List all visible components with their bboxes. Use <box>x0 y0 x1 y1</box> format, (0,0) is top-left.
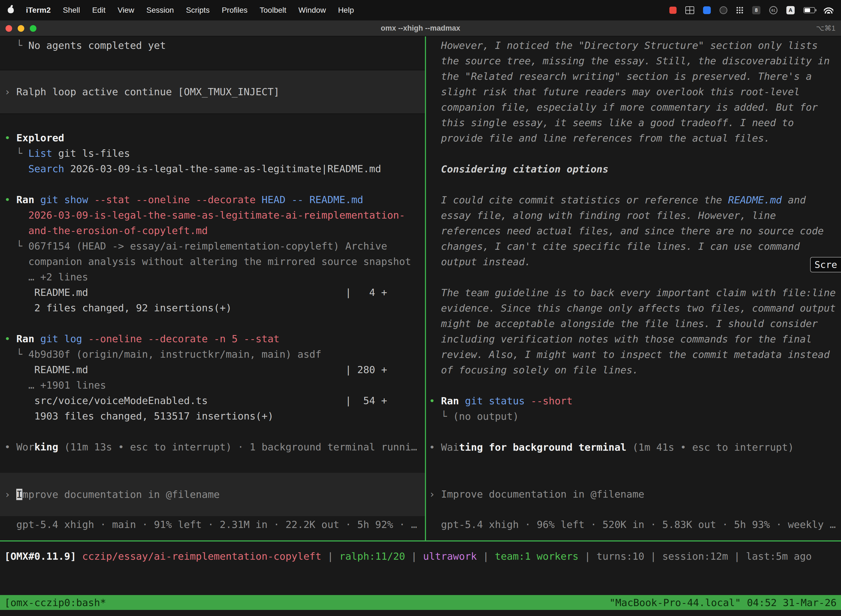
menu-item-view[interactable]: View <box>117 6 134 15</box>
terminal-line <box>4 424 425 439</box>
text-segment: evidence. Since this change only affects… <box>429 302 836 314</box>
input-source-icon[interactable]: A <box>786 6 795 14</box>
menu-item-profiles[interactable]: Profiles <box>222 6 248 15</box>
menu-item-scripts[interactable]: Scripts <box>186 6 210 15</box>
text-segment: --oneline --decorate -n 5 --stat <box>82 333 280 345</box>
terminal-line: • Ran git status --short <box>429 393 841 409</box>
zoom-button[interactable] <box>30 25 37 32</box>
wifi-icon[interactable] <box>824 7 833 13</box>
terminal-line: this single essay, it seems like a good … <box>429 115 841 131</box>
text-segment: output instead. <box>429 256 530 267</box>
terminal-line: 2 files changed, 92 insertions(+) <box>4 300 425 316</box>
window-title: omx --xhigh --madmax <box>381 24 460 32</box>
terminal-line: README.md | 280 + <box>4 362 425 378</box>
status-separator-line <box>0 540 841 541</box>
text-segment: including verification notes with those … <box>429 333 812 345</box>
terminal-line: 2026-03-09-is-legal-the-same-as-legitima… <box>4 208 425 223</box>
ralph-inject-lines: › Ralph loop active continue [OMX_TMUX_I… <box>4 84 280 100</box>
text-segment: Ran <box>16 333 34 345</box>
text-segment: gpt-5.4 xhigh · main · 91% left · 2.31M … <box>4 519 417 530</box>
terminal-line: and-the-erosion-of-copyleft.md <box>4 223 425 238</box>
menu-item-help[interactable]: Help <box>338 6 354 15</box>
session-status-right: gpt-5.4 xhigh · 96% left · 520K in · 5.8… <box>429 517 841 532</box>
dark-circle-icon[interactable] <box>719 6 727 14</box>
menu-status-icons: 8 61 A <box>670 6 833 14</box>
text-segment: this single essay, it seems like a good … <box>429 117 794 128</box>
text-segment: git ls-files <box>52 148 130 159</box>
text-segment: mprove documentation in @filename <box>22 489 220 500</box>
text-segment: | turns:10 | session:12m | last:5m ago <box>579 551 812 562</box>
terminal-line: └ 067f154 (HEAD -> essay/ai-reimplementa… <box>4 238 425 254</box>
text-segment: 2026-03-09-is-legal-the-same-as-legitima… <box>64 163 381 175</box>
terminal-line: references need actual files, and since … <box>429 223 841 239</box>
keycap-icon[interactable]: 8 <box>752 6 760 14</box>
terminal-line: Considering citation options <box>429 161 841 177</box>
text-segment: --stat --oneline --decorate <box>88 194 255 205</box>
text-segment: Explored <box>16 132 64 144</box>
text-segment: of focusing solely on file lines. <box>429 364 639 375</box>
menu-item-session[interactable]: Session <box>146 6 174 15</box>
text-segment: git status <box>459 395 525 406</box>
terminal-line: └ (no output) <box>429 409 841 424</box>
terminal-line: └ No agents completed yet <box>4 38 425 53</box>
menu-item-window[interactable]: Window <box>299 6 326 15</box>
terminal-line: └ List git ls-files <box>4 146 425 161</box>
text-segment: └ 4b9d30f (origin/main, instructkr/main,… <box>4 349 321 360</box>
text-segment: └ 067f154 (HEAD -> essay/ai-reimplementa… <box>4 241 387 252</box>
text-segment: • <box>4 194 16 205</box>
grid-icon[interactable] <box>686 6 694 14</box>
apple-menu-icon[interactable] <box>8 7 14 13</box>
text-segment: ultrawork <box>423 551 477 562</box>
gauge-icon[interactable]: 61 <box>769 6 778 14</box>
text-segment: └ <box>4 148 28 159</box>
menu-item-toolbelt[interactable]: Toolbelt <box>259 6 286 15</box>
prompt-input-right[interactable]: › Improve documentation in @filename <box>429 487 841 502</box>
terminal-line: … +1901 lines <box>4 378 425 393</box>
text-segment: README.md <box>728 194 782 205</box>
terminal-line: • Ran git show --stat --oneline --decora… <box>4 192 425 208</box>
terminal-line <box>429 177 841 192</box>
terminal-line: companion analysis without altering the … <box>4 254 425 269</box>
terminal-line: › Improve documentation in @filename <box>4 487 220 502</box>
text-segment: • <box>4 132 16 144</box>
text-segment: › Improve documentation in @filename <box>429 488 644 500</box>
text-segment: HEAD -- README.md <box>255 194 363 205</box>
menu-item-iterm2[interactable]: iTerm2 <box>26 6 51 15</box>
right-agent-output: However, I noticed the "Directory Struct… <box>429 38 841 455</box>
text-segment: I <box>16 489 22 500</box>
terminal-line: gpt-5.4 xhigh · main · 91% left · 2.31M … <box>4 517 425 532</box>
blue-app-icon[interactable] <box>703 6 711 14</box>
text-segment: ting for background terminal <box>459 441 626 453</box>
terminal-line <box>429 424 841 440</box>
prompt-input-left[interactable]: › Improve documentation in @filename <box>0 473 425 516</box>
text-segment: essay file, along with finding root file… <box>429 210 776 221</box>
text-segment: • <box>4 333 16 345</box>
text-segment: the source tree, missing the essay. Stil… <box>429 55 830 66</box>
terminal-line: evidence. Since this change only affects… <box>429 301 841 316</box>
text-segment: (11m 13s • esc to interrupt) · 1 backgro… <box>58 441 417 453</box>
text-segment: The team guideline is to back every impo… <box>429 287 836 298</box>
minimize-button[interactable] <box>18 25 24 32</box>
tmux-status-bar: [omx-cczip0:bash* "MacBook-Pro-44.local"… <box>0 595 841 610</box>
close-button[interactable] <box>6 25 12 32</box>
terminal-line: output instead. <box>429 254 841 270</box>
screen-recording-icon[interactable] <box>670 7 677 14</box>
window-title-bar[interactable]: omx --xhigh --madmax ⌥⌘1 <box>0 21 841 37</box>
text-segment: • Wor <box>4 441 34 453</box>
text-segment: 2026-03-09-is-legal-the-same-as-legitima… <box>4 210 405 221</box>
terminal-line: 1903 files changed, 513517 insertions(+) <box>4 408 425 424</box>
app-grid-icon[interactable] <box>736 7 743 14</box>
text-segment: › <box>4 86 16 97</box>
terminal-line <box>429 146 841 161</box>
terminal-line: › Improve documentation in @filename <box>429 487 841 502</box>
menu-item-edit[interactable]: Edit <box>92 6 105 15</box>
text-segment: ralph:11/20 <box>339 551 405 562</box>
terminal-line: src/voice/voiceModeEnabled.ts | 54 + <box>4 393 425 408</box>
right-pane[interactable]: However, I noticed the "Directory Struct… <box>426 37 841 540</box>
notification-text: Scre <box>815 259 837 270</box>
notification-toast[interactable]: Scre <box>810 257 841 273</box>
left-pane[interactable]: └ No agents completed yet › Ralph loop a… <box>0 37 425 540</box>
text-segment: … +2 lines <box>4 271 88 283</box>
battery-icon[interactable] <box>803 7 815 13</box>
menu-item-shell[interactable]: Shell <box>63 6 80 15</box>
